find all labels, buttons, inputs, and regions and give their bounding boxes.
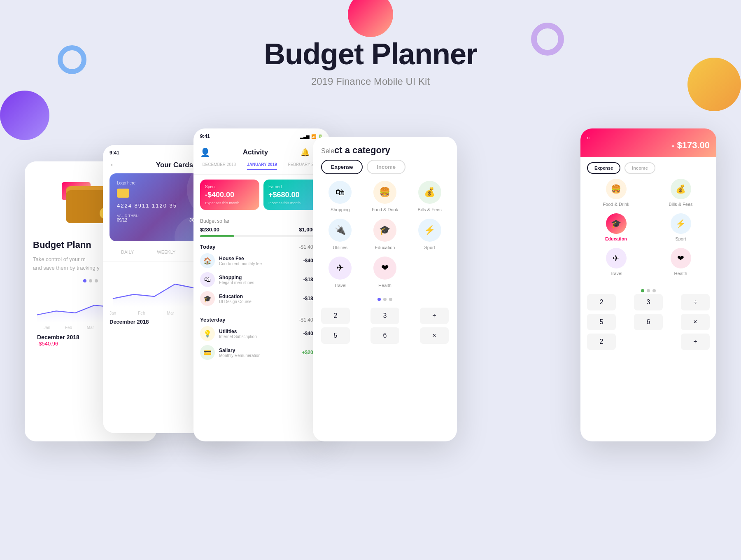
screen5-dot-1[interactable] bbox=[641, 289, 644, 292]
screen5-cat-food[interactable]: 🍔 Food & Drink bbox=[587, 179, 645, 207]
dot-1[interactable] bbox=[83, 279, 86, 282]
key5-3[interactable]: 3 bbox=[634, 294, 663, 310]
trans-name-house: House Fee bbox=[219, 256, 299, 261]
screen5-cat-sport[interactable]: ⚡ Sport bbox=[652, 213, 710, 241]
tab-weekly[interactable]: WEEKLY bbox=[157, 250, 175, 258]
screen5-food-icon: 🍔 bbox=[606, 179, 627, 199]
cat-dot-1[interactable] bbox=[377, 298, 381, 301]
cat-travel[interactable]: ✈ Travel bbox=[321, 257, 359, 288]
toggle-group: Expense Income bbox=[313, 160, 457, 181]
edu-icon: 🎓 bbox=[200, 291, 215, 306]
util-icon-wrap: 🔌 bbox=[329, 219, 352, 242]
key5-2b[interactable]: 2 bbox=[587, 334, 616, 350]
screen5-cat-travel[interactable]: ✈ Travel bbox=[587, 248, 645, 276]
screen5-dot-3[interactable] bbox=[652, 289, 656, 292]
tab-jan[interactable]: JANUARY 2019 bbox=[247, 162, 277, 170]
bell-icon[interactable]: 🔔 bbox=[301, 148, 310, 157]
screens-container: Budget Plann Take control of your m and … bbox=[0, 104, 741, 474]
trans-desc-edu: UI Design Course bbox=[219, 299, 299, 304]
key-2[interactable]: 2 bbox=[321, 308, 350, 324]
activity-header: 👤 Activity 🔔 📅 bbox=[193, 142, 329, 161]
trans-info-house: House Fee Condo rent monthly fee bbox=[219, 256, 299, 266]
key-6[interactable]: 6 bbox=[370, 327, 399, 344]
key5-div[interactable]: ÷ bbox=[681, 294, 710, 310]
screen-activity: 9:41 ▂▄▆ 📶 🔋 👤 Activity 🔔 📅 DECEMBER 201… bbox=[193, 128, 329, 441]
month-tabs[interactable]: DECEMBER 2018 JANUARY 2019 FEBRUARY 2019 bbox=[193, 161, 329, 175]
key5-2[interactable]: 2 bbox=[587, 294, 616, 310]
earned-amount: +$680.00 bbox=[268, 191, 318, 199]
cat-food-drink[interactable]: 🍔 Food & Drink bbox=[366, 181, 404, 212]
cat-bills-fees[interactable]: 💰 Bills & Fees bbox=[410, 181, 449, 212]
screen5-health-icon: ❤ bbox=[671, 248, 691, 268]
screen5-travel-label: Travel bbox=[610, 271, 622, 276]
screen5-bills-label: Bills & Fees bbox=[669, 202, 692, 207]
key5-5[interactable]: 5 bbox=[587, 314, 616, 330]
cat-bills-label: Bills & Fees bbox=[418, 207, 442, 212]
cat-util-label: Utilities bbox=[333, 245, 347, 250]
cat-health[interactable]: ❤ Health bbox=[366, 257, 404, 288]
screen5-header: n - $173.00 bbox=[580, 128, 716, 157]
cat-edu-label: Education bbox=[375, 245, 395, 250]
activity-time: 9:41 bbox=[200, 133, 210, 139]
screen5-cat-edu[interactable]: 🎓 Education bbox=[587, 213, 645, 241]
util-icon: 💡 bbox=[200, 326, 215, 341]
health-icon-wrap: ❤ bbox=[373, 257, 396, 280]
screen5-bills-icon: 💰 bbox=[671, 179, 691, 199]
screen5-edu-icon: 🎓 bbox=[606, 213, 627, 234]
key-5[interactable]: 5 bbox=[321, 327, 350, 344]
spent-label: Spent bbox=[205, 184, 254, 189]
chip-icon bbox=[117, 189, 129, 198]
budget-title: Budget so far bbox=[200, 218, 323, 224]
numpad5-row-2: 5 6 × bbox=[587, 314, 710, 330]
page-header: Budget Planner 2019 Finance Mobile UI Ki… bbox=[0, 0, 741, 87]
screen5-expense-toggle[interactable]: Expense bbox=[587, 162, 620, 174]
cat-dot-2[interactable] bbox=[383, 298, 387, 301]
cat-title-prefix: Sele bbox=[321, 147, 334, 154]
today-transactions: Today -$1,400.00 🏠 House Fee Condo rent … bbox=[193, 240, 329, 313]
trans-name-shop: Shopping bbox=[219, 275, 299, 280]
screen5-sport-label: Sport bbox=[675, 236, 686, 241]
cat-education[interactable]: 🎓 Education bbox=[366, 219, 404, 250]
cat-shopping[interactable]: 🛍 Shopping bbox=[321, 181, 359, 212]
key5-6[interactable]: 6 bbox=[634, 314, 663, 330]
screen5-dot-2[interactable] bbox=[647, 289, 650, 292]
yesterday-header: Yesterday -$1,400.00 bbox=[200, 317, 323, 323]
signal-bars: ▂▄▆ bbox=[300, 134, 310, 139]
dot-2[interactable] bbox=[89, 279, 92, 282]
shopping-icon-wrap: 🛍 bbox=[329, 181, 352, 204]
cat-sport[interactable]: ⚡ Sport bbox=[410, 219, 449, 250]
trans-name-util: Utilities bbox=[219, 329, 299, 334]
trans-name-edu: Education bbox=[219, 294, 299, 299]
trans-desc-shop: Elegant men shoes bbox=[219, 280, 299, 285]
edu-icon-wrap: 🎓 bbox=[373, 219, 396, 242]
cat-header: Select a category bbox=[313, 137, 457, 160]
tab-dec[interactable]: DECEMBER 2018 bbox=[202, 162, 236, 170]
tab-daily[interactable]: DAILY bbox=[121, 250, 134, 258]
key-div[interactable]: ÷ bbox=[420, 308, 449, 324]
key5-mul[interactable]: × bbox=[681, 314, 710, 330]
dot-3[interactable] bbox=[95, 279, 98, 282]
screen5-cat-grid: 🍔 Food & Drink 💰 Bills & Fees 🎓 Educatio… bbox=[580, 179, 716, 281]
earned-sub: Incomes this month bbox=[268, 201, 318, 205]
back-button[interactable]: ← bbox=[110, 161, 117, 169]
page-subtitle: 2019 Finance Mobile UI Kit bbox=[0, 76, 741, 87]
income-toggle[interactable]: Income bbox=[367, 160, 405, 174]
profile-icon[interactable]: 👤 bbox=[200, 147, 210, 157]
cat-dot-3[interactable] bbox=[389, 298, 392, 301]
screen5-income-toggle[interactable]: Income bbox=[624, 162, 655, 174]
screen5-edu-label: Education bbox=[605, 236, 627, 241]
trans-shop: 🛍 Shopping Elegant men shoes -$185.47 bbox=[200, 272, 323, 287]
screen5-cat-bills[interactable]: 💰 Bills & Fees bbox=[652, 179, 710, 207]
today-label: Today bbox=[200, 244, 215, 250]
expense-toggle[interactable]: Expense bbox=[321, 160, 363, 174]
numpad-area-4: 2 3 ÷ 5 6 × bbox=[313, 304, 457, 350]
key-3[interactable]: 3 bbox=[370, 308, 399, 324]
screen5-cat-health[interactable]: ❤ Health bbox=[652, 248, 710, 276]
key-mul[interactable]: × bbox=[420, 327, 449, 344]
budget-section: Budget so far $280.00 $1,000.00 bbox=[193, 215, 329, 240]
key5-div2[interactable]: ÷ bbox=[681, 334, 710, 350]
screen5-food-label: Food & Drink bbox=[603, 202, 629, 207]
cat-utilities[interactable]: 🔌 Utilities bbox=[321, 219, 359, 250]
trans-name-salary: Sallary bbox=[219, 348, 298, 353]
summary-cards: Spent -$400.00 Expenses this month Earne… bbox=[193, 175, 329, 215]
